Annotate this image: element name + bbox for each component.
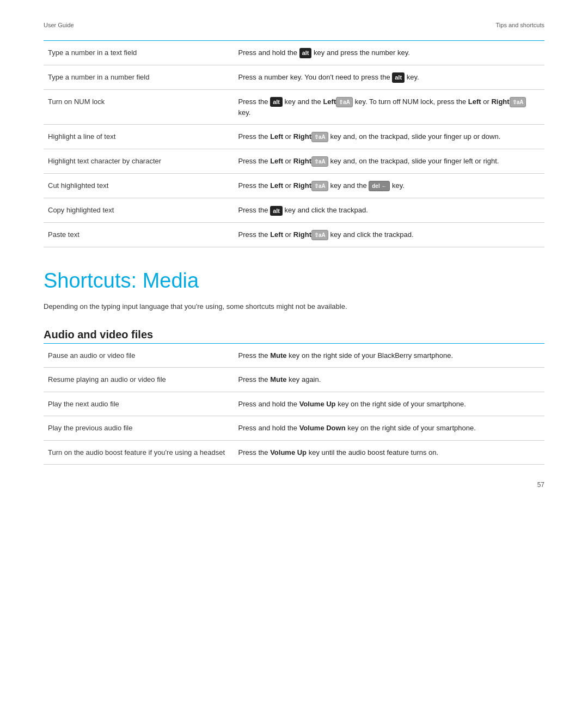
key-label: Left: [270, 157, 283, 165]
table-row: Type a number in a number fieldPress a n…: [44, 65, 544, 89]
action-cell: Turn on the audio boost feature if you'r…: [44, 440, 234, 465]
key-label: Mute: [270, 351, 286, 360]
key-label: Mute: [270, 375, 286, 384]
description-cell: Press and hold the alt key and press the…: [234, 41, 544, 65]
description-cell: Press and hold the Volume Down key on th…: [234, 416, 544, 441]
table-row: Turn on NUM lockPress the alt key and th…: [44, 89, 544, 125]
page-header: User Guide Tips and shortcuts: [44, 22, 544, 31]
header-right: Tips and shortcuts: [496, 22, 544, 28]
table-row: Cut highlighted textPress the Left or Ri…: [44, 174, 544, 198]
shift-key-badge: ⇧aA: [336, 97, 353, 107]
key-label: Left: [323, 98, 336, 106]
shortcuts-table: Type a number in a text fieldPress and h…: [44, 41, 544, 247]
shift-key-badge: ⇧aA: [311, 181, 328, 191]
action-cell: Highlight text character by character: [44, 149, 234, 174]
action-cell: Paste text: [44, 223, 234, 247]
shortcuts-media-section: Shortcuts: Media Depending on the typing…: [44, 269, 544, 465]
shift-key-badge: ⇧aA: [510, 97, 526, 107]
action-cell: Copy highlighted text: [44, 198, 234, 223]
page-number: 57: [44, 481, 544, 489]
description-cell: Press the Mute key on the right side of …: [234, 344, 544, 368]
action-cell: Play the next audio file: [44, 392, 234, 416]
key-label: Right: [293, 230, 311, 239]
table-row: Play the next audio filePress and hold t…: [44, 392, 544, 416]
key-label: Left: [270, 181, 283, 190]
table-row: Turn on the audio boost feature if you'r…: [44, 440, 544, 465]
action-cell: Cut highlighted text: [44, 174, 234, 198]
table-row: Play the previous audio filePress and ho…: [44, 416, 544, 441]
description-cell: Press the alt key and click the trackpad…: [234, 198, 544, 223]
action-cell: Type a number in a text field: [44, 41, 234, 65]
description-cell: Press the Left or Right⇧aA key and, on t…: [234, 149, 544, 174]
shift-key-badge: ⇧aA: [311, 156, 328, 167]
key-label: Right: [491, 98, 509, 106]
key-label: Left: [468, 98, 481, 106]
table-row: Resume playing an audio or video filePre…: [44, 368, 544, 392]
action-cell: Pause an audio or video file: [44, 344, 234, 368]
table-row: Pause an audio or video filePress the Mu…: [44, 344, 544, 368]
alt-key: alt: [270, 97, 283, 107]
table-row: Type a number in a text fieldPress and h…: [44, 41, 544, 65]
section-description: Depending on the typing input language t…: [44, 301, 544, 312]
key-label: Volume Up: [270, 448, 307, 457]
key-label: Right: [293, 181, 311, 190]
del-key: del ←: [369, 181, 390, 191]
action-cell: Play the previous audio file: [44, 416, 234, 441]
description-cell: Press the Left or Right⇧aA key and click…: [234, 223, 544, 247]
key-label: Volume Up: [299, 400, 336, 408]
description-cell: Press the Volume Up key until the audio …: [234, 440, 544, 465]
section-title: Shortcuts: Media: [44, 269, 544, 293]
description-cell: Press the alt key and the Left⇧aA key. T…: [234, 89, 544, 125]
key-label: Right: [293, 157, 311, 165]
key-label: Left: [270, 132, 283, 141]
key-label: Volume Down: [299, 424, 346, 432]
table-row: Paste textPress the Left or Right⇧aA key…: [44, 223, 544, 247]
action-cell: Highlight a line of text: [44, 125, 234, 149]
key-label: Left: [270, 230, 283, 239]
table-row: Highlight a line of textPress the Left o…: [44, 125, 544, 149]
action-cell: Turn on NUM lock: [44, 89, 234, 125]
action-cell: Type a number in a number field: [44, 65, 234, 89]
table-row: Highlight text character by characterPre…: [44, 149, 544, 174]
action-cell: Resume playing an audio or video file: [44, 368, 234, 392]
key-label: Right: [293, 132, 311, 141]
description-cell: Press a number key. You don't need to pr…: [234, 65, 544, 89]
alt-key: alt: [392, 72, 405, 83]
alt-key: alt: [270, 206, 283, 216]
description-cell: Press the Left or Right⇧aA key and, on t…: [234, 125, 544, 149]
description-cell: Press and hold the Volume Up key on the …: [234, 392, 544, 416]
media-table: Pause an audio or video filePress the Mu…: [44, 344, 544, 465]
description-cell: Press the Left or Right⇧aA key and the d…: [234, 174, 544, 198]
subsection-title: Audio and video files: [44, 328, 544, 343]
table-row: Copy highlighted textPress the alt key a…: [44, 198, 544, 223]
shift-key-badge: ⇧aA: [311, 132, 328, 142]
description-cell: Press the Mute key again.: [234, 368, 544, 392]
shift-key-badge: ⇧aA: [311, 230, 328, 240]
header-left: User Guide: [44, 22, 74, 28]
alt-key: alt: [299, 48, 312, 58]
